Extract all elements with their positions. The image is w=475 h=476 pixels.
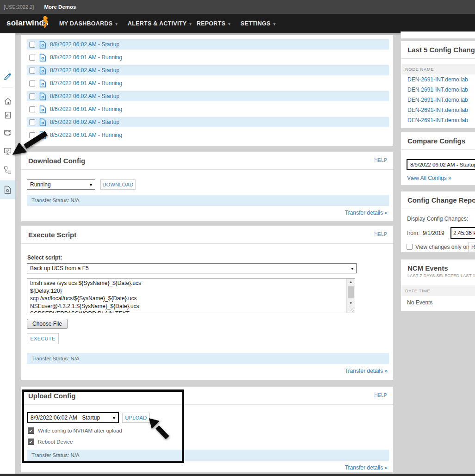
panel-title: Compare Configs <box>401 132 475 145</box>
config-link[interactable]: 8/5/2022 06:02 AM - Startup <box>50 119 119 125</box>
config-file-icon <box>39 105 46 113</box>
display-config-changes-label: Display Config Changes: <box>407 216 468 222</box>
nav-my-dashboards[interactable]: MY DASHBOARDS ▾ <box>59 14 117 33</box>
no-events-text: No Events <box>401 296 475 306</box>
script-textarea[interactable]: tmsh save /sys ucs ${SysName}_${Date}.uc… <box>27 278 355 313</box>
config-checkbox[interactable] <box>29 106 35 112</box>
config-row: 8/7/2022 06:01 AM - Running <box>21 77 393 90</box>
config-link[interactable]: 8/7/2022 06:01 AM - Running <box>50 80 122 87</box>
download-button[interactable]: DOWNLOAD <box>100 179 136 190</box>
reboot-checkbox[interactable]: ✔ <box>28 439 34 445</box>
ncm-page: [USE:2022.2] More Demos solarwinds MY DA… <box>0 0 475 476</box>
config-checkbox[interactable] <box>29 80 35 87</box>
from-date-value[interactable]: 9/1/2019 <box>423 230 444 236</box>
config-change-report-panel: Config Change Report Display Config Chan… <box>401 191 475 253</box>
choose-file-button[interactable]: Choose File <box>27 319 68 329</box>
time-input[interactable]: 2:45:36 PM <box>450 227 475 239</box>
nav-reports[interactable]: REPORTS ▾ <box>197 14 230 33</box>
config-file-icon <box>39 41 46 49</box>
view-changes-checkbox[interactable] <box>407 244 413 250</box>
node-link[interactable]: DEN-2691-INT.demo.lab <box>401 85 475 95</box>
sidebar-item-edit[interactable] <box>0 68 15 84</box>
nvram-checkbox[interactable]: ✔ <box>28 427 34 434</box>
from-label: from: <box>407 230 419 236</box>
execute-button[interactable]: EXECUTE <box>27 333 59 344</box>
config-checkbox[interactable] <box>29 93 35 99</box>
config-file-icon <box>39 80 46 87</box>
config-checkbox[interactable] <box>29 119 35 125</box>
config-row: 8/5/2022 06:01 AM - Running <box>21 129 393 142</box>
chevron-down-icon: ▾ <box>273 22 276 26</box>
check-icon: ✔ <box>29 428 33 433</box>
chevron-down-icon: ▾ <box>115 22 117 26</box>
transfer-details-link[interactable]: Transfer details » <box>345 464 388 471</box>
chevron-down-icon: ▾ <box>113 415 115 420</box>
sidebar-item-interfaces[interactable] <box>0 125 15 141</box>
script-select[interactable]: Back up UCS from a F5 ▾ <box>27 263 357 273</box>
nvram-checkbox-row: ✔ Write config to NVRAM after upload <box>28 427 122 434</box>
config-checkbox[interactable] <box>29 42 35 48</box>
reboot-checkbox-row: ✔ Reboot Device <box>28 439 73 445</box>
node-name-header: NODE NAME <box>401 64 475 74</box>
node-link[interactable]: DEN-2691-INT.demo.lab <box>401 95 475 105</box>
scroll-up-icon[interactable]: ▲ <box>347 278 355 285</box>
scrollbar-thumb[interactable] <box>348 286 354 298</box>
sidebar-item-topology[interactable] <box>0 162 15 178</box>
nav-settings[interactable]: SETTINGS ▾ <box>241 14 276 33</box>
download-config-panel: Download Config HELP Running ▾ DOWNLOAD … <box>21 151 394 222</box>
upload-button[interactable]: UPLOAD <box>122 413 150 423</box>
help-link[interactable]: HELP <box>374 158 387 163</box>
view-all-configs-link[interactable]: View All Configs » <box>407 175 451 181</box>
compare-config-select[interactable]: 8/9/2022 06:02 AM - Startup <box>407 159 475 170</box>
nav-alerts-activity[interactable]: ALERTS & ACTIVITY ▾ <box>128 14 191 33</box>
script-content: tmsh save /sys ucs ${SysName}_${Date}.uc… <box>27 278 346 313</box>
sidebar-item-monitors[interactable] <box>0 143 15 159</box>
sidebar-item-reports[interactable] <box>0 107 15 123</box>
compare-configs-panel: Compare Configs 8/9/2022 06:02 AM - Star… <box>401 132 475 185</box>
textarea-scrollbar[interactable]: ▲ ▼ <box>346 278 355 313</box>
transfer-status: Transfer Status: N/A <box>27 450 389 461</box>
upload-config-select[interactable]: 8/9/2022 06:02 AM - Startup ▾ <box>27 412 119 423</box>
config-row: 8/8/2022 06:02 AM - Startup <box>21 38 393 51</box>
ncm-events-panel: NCM Events LAST 7 DAYS SELECTED LAST 10 … <box>401 259 475 311</box>
config-checkbox[interactable] <box>29 68 35 74</box>
config-row: 8/6/2022 06:02 AM - Startup <box>21 90 393 103</box>
main-navbar: solarwinds MY DASHBOARDS ▾ ALERTS & ACTI… <box>0 14 475 33</box>
config-file-icon <box>39 54 46 62</box>
config-link[interactable]: 8/8/2022 06:02 AM - Startup <box>50 41 119 48</box>
chevron-down-icon: ▾ <box>90 182 92 187</box>
config-file-icon <box>39 67 46 74</box>
topology-icon <box>3 166 12 174</box>
config-link[interactable]: 8/8/2022 06:01 AM - Running <box>50 54 122 61</box>
upload-config-panel: Upload Config HELP 8/9/2022 06:02 AM - S… <box>21 386 394 473</box>
transfer-details-link[interactable]: Transfer details » <box>345 368 388 374</box>
nvram-checkbox-label: Write config to NVRAM after upload <box>38 428 122 433</box>
transfer-details-link[interactable]: Transfer details » <box>345 210 388 216</box>
node-link[interactable]: DEN-2691-INT.demo.lab <box>401 74 475 85</box>
report-chart-icon <box>4 111 12 119</box>
config-type-select[interactable]: Running <box>469 242 475 252</box>
help-link[interactable]: HELP <box>374 232 387 237</box>
node-link[interactable]: DEN-2691-INT.demo.lab <box>401 105 475 115</box>
config-link[interactable]: 8/7/2022 06:02 AM - Startup <box>50 67 119 74</box>
config-link[interactable]: 8/6/2022 06:01 AM - Running <box>50 106 122 112</box>
network-port-icon <box>3 129 12 137</box>
node-link[interactable]: DEN-2691-INT.demo.lab <box>401 115 475 125</box>
download-config-select[interactable]: Running ▾ <box>27 179 95 190</box>
config-list-panel: 8/8/2022 06:02 AM - Startup 8/8/2022 06:… <box>21 35 394 146</box>
config-file-icon <box>39 118 46 126</box>
sidebar-item-configs[interactable] <box>0 180 15 199</box>
left-sidebar <box>0 33 16 476</box>
chevron-down-icon: ▾ <box>228 22 231 26</box>
config-link[interactable]: 8/6/2022 06:02 AM - Startup <box>50 93 119 99</box>
config-link[interactable]: 8/5/2022 06:01 AM - Running <box>50 132 122 138</box>
date-time-header: DATE TIME <box>401 285 475 296</box>
config-file-icon <box>39 93 46 100</box>
help-link[interactable]: HELP <box>374 393 387 398</box>
scroll-down-icon[interactable]: ▼ <box>347 300 355 307</box>
more-demos-link[interactable]: More Demos <box>44 4 76 10</box>
config-checkbox[interactable] <box>29 132 35 138</box>
version-label: [USE:2022.2] <box>4 4 34 10</box>
config-checkbox[interactable] <box>29 55 35 61</box>
sidebar-item-home[interactable] <box>0 93 15 109</box>
